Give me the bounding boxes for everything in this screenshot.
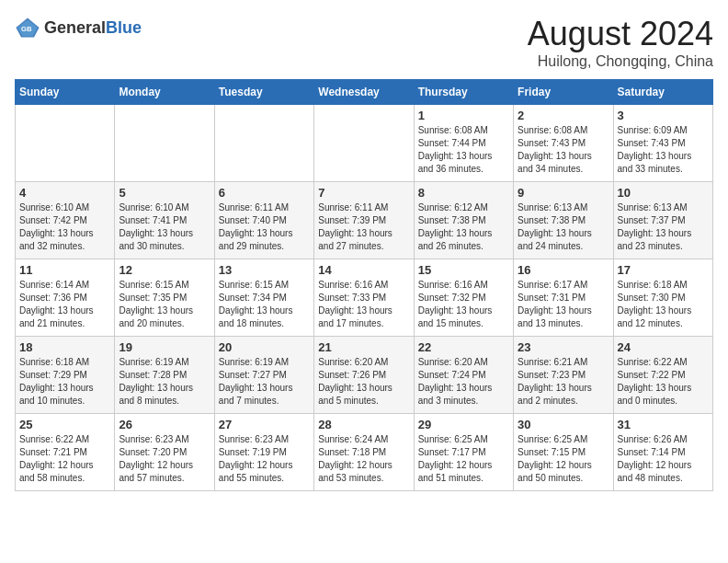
header-friday: Friday: [514, 80, 613, 105]
cell-week2-day0: 4Sunrise: 6:10 AM Sunset: 7:42 PM Daylig…: [16, 182, 115, 259]
cell-week2-day5: 9Sunrise: 6:13 AM Sunset: 7:38 PM Daylig…: [514, 182, 613, 259]
cell-week2-day4: 8Sunrise: 6:12 AM Sunset: 7:38 PM Daylig…: [414, 182, 513, 259]
day-number: 15: [418, 263, 509, 277]
day-info: Sunrise: 6:19 AM Sunset: 7:28 PM Dayligh…: [119, 356, 210, 408]
cell-week2-day3: 7Sunrise: 6:11 AM Sunset: 7:39 PM Daylig…: [314, 182, 414, 259]
day-number: 31: [618, 418, 709, 431]
cell-week2-day2: 6Sunrise: 6:11 AM Sunset: 7:40 PM Daylig…: [214, 182, 313, 259]
day-info: Sunrise: 6:16 AM Sunset: 7:33 PM Dayligh…: [318, 279, 409, 330]
day-number: 23: [518, 340, 609, 354]
day-info: Sunrise: 6:11 AM Sunset: 7:40 PM Dayligh…: [219, 201, 310, 253]
day-number: 26: [119, 418, 210, 431]
svg-text:GB: GB: [21, 25, 32, 33]
day-info: Sunrise: 6:10 AM Sunset: 7:42 PM Dayligh…: [19, 201, 110, 253]
cell-week5-day2: 27Sunrise: 6:23 AM Sunset: 7:19 PM Dayli…: [214, 414, 313, 491]
cell-week1-day3: [314, 105, 414, 182]
week-row-2: 4Sunrise: 6:10 AM Sunset: 7:42 PM Daylig…: [16, 182, 713, 259]
day-number: 21: [318, 340, 409, 354]
day-number: 6: [219, 186, 310, 200]
day-info: Sunrise: 6:22 AM Sunset: 7:21 PM Dayligh…: [19, 433, 110, 485]
cell-week1-day2: [214, 105, 313, 182]
day-info: Sunrise: 6:24 AM Sunset: 7:18 PM Dayligh…: [318, 433, 409, 485]
week-row-4: 18Sunrise: 6:18 AM Sunset: 7:29 PM Dayli…: [16, 337, 713, 414]
cell-week3-day4: 15Sunrise: 6:16 AM Sunset: 7:32 PM Dayli…: [414, 259, 513, 337]
cell-week3-day5: 16Sunrise: 6:17 AM Sunset: 7:31 PM Dayli…: [514, 259, 613, 337]
day-number: 24: [618, 340, 709, 354]
cell-week4-day6: 24Sunrise: 6:22 AM Sunset: 7:22 PM Dayli…: [613, 337, 712, 414]
day-number: 27: [219, 418, 310, 431]
day-number: 11: [19, 263, 110, 277]
day-info: Sunrise: 6:20 AM Sunset: 7:24 PM Dayligh…: [418, 356, 509, 408]
day-info: Sunrise: 6:23 AM Sunset: 7:19 PM Dayligh…: [219, 433, 310, 485]
day-number: 4: [19, 186, 110, 200]
week-row-5: 25Sunrise: 6:22 AM Sunset: 7:21 PM Dayli…: [16, 414, 713, 491]
cell-week5-day0: 25Sunrise: 6:22 AM Sunset: 7:21 PM Dayli…: [16, 414, 115, 491]
cell-week4-day0: 18Sunrise: 6:18 AM Sunset: 7:29 PM Dayli…: [16, 337, 115, 414]
day-number: 28: [318, 418, 409, 431]
logo: GB GeneralBlue: [15, 15, 142, 40]
cell-week4-day5: 23Sunrise: 6:21 AM Sunset: 7:23 PM Dayli…: [514, 337, 613, 414]
day-number: 29: [418, 418, 509, 431]
day-info: Sunrise: 6:20 AM Sunset: 7:26 PM Dayligh…: [318, 356, 409, 408]
day-info: Sunrise: 6:11 AM Sunset: 7:39 PM Dayligh…: [318, 201, 409, 253]
cell-week3-day2: 13Sunrise: 6:15 AM Sunset: 7:34 PM Dayli…: [214, 259, 313, 337]
day-info: Sunrise: 6:25 AM Sunset: 7:15 PM Dayligh…: [518, 433, 609, 485]
day-info: Sunrise: 6:25 AM Sunset: 7:17 PM Dayligh…: [418, 433, 509, 485]
cell-week1-day5: 2Sunrise: 6:08 AM Sunset: 7:43 PM Daylig…: [514, 105, 613, 182]
cell-week3-day1: 12Sunrise: 6:15 AM Sunset: 7:35 PM Dayli…: [115, 259, 214, 337]
day-number: 3: [618, 109, 709, 122]
title-area: August 2024 Huilong, Chongqing, China: [528, 15, 713, 70]
cell-week4-day3: 21Sunrise: 6:20 AM Sunset: 7:26 PM Dayli…: [314, 337, 414, 414]
day-info: Sunrise: 6:14 AM Sunset: 7:36 PM Dayligh…: [19, 279, 110, 330]
day-info: Sunrise: 6:17 AM Sunset: 7:31 PM Dayligh…: [518, 279, 609, 330]
cell-week5-day3: 28Sunrise: 6:24 AM Sunset: 7:18 PM Dayli…: [314, 414, 414, 491]
day-info: Sunrise: 6:19 AM Sunset: 7:27 PM Dayligh…: [219, 356, 310, 408]
cell-week2-day6: 10Sunrise: 6:13 AM Sunset: 7:37 PM Dayli…: [613, 182, 712, 259]
logo-icon: GB: [15, 15, 40, 40]
day-number: 5: [119, 186, 210, 200]
day-info: Sunrise: 6:13 AM Sunset: 7:38 PM Dayligh…: [518, 201, 609, 253]
cell-week5-day5: 30Sunrise: 6:25 AM Sunset: 7:15 PM Dayli…: [514, 414, 613, 491]
day-info: Sunrise: 6:18 AM Sunset: 7:30 PM Dayligh…: [618, 279, 709, 330]
subtitle: Huilong, Chongqing, China: [528, 53, 713, 70]
week-row-1: 1Sunrise: 6:08 AM Sunset: 7:44 PM Daylig…: [16, 105, 713, 182]
cell-week3-day3: 14Sunrise: 6:16 AM Sunset: 7:33 PM Dayli…: [314, 259, 414, 337]
day-info: Sunrise: 6:18 AM Sunset: 7:29 PM Dayligh…: [19, 356, 110, 408]
day-info: Sunrise: 6:08 AM Sunset: 7:43 PM Dayligh…: [518, 124, 609, 176]
cell-week5-day1: 26Sunrise: 6:23 AM Sunset: 7:20 PM Dayli…: [115, 414, 214, 491]
day-number: 7: [318, 186, 409, 200]
header: GB GeneralBlue August 2024 Huilong, Chon…: [15, 15, 713, 70]
day-number: 20: [219, 340, 310, 354]
cell-week3-day6: 17Sunrise: 6:18 AM Sunset: 7:30 PM Dayli…: [613, 259, 712, 337]
cell-week1-day0: [16, 105, 115, 182]
day-number: 14: [318, 263, 409, 277]
cell-week4-day2: 20Sunrise: 6:19 AM Sunset: 7:27 PM Dayli…: [214, 337, 313, 414]
logo-text: GeneralBlue: [44, 18, 142, 38]
day-number: 16: [518, 263, 609, 277]
header-monday: Monday: [115, 80, 214, 105]
cell-week1-day1: [115, 105, 214, 182]
day-info: Sunrise: 6:13 AM Sunset: 7:37 PM Dayligh…: [618, 201, 709, 253]
day-number: 8: [418, 186, 509, 200]
day-number: 19: [119, 340, 210, 354]
day-info: Sunrise: 6:16 AM Sunset: 7:32 PM Dayligh…: [418, 279, 509, 330]
header-sunday: Sunday: [16, 80, 115, 105]
cell-week2-day1: 5Sunrise: 6:10 AM Sunset: 7:41 PM Daylig…: [115, 182, 214, 259]
main-title: August 2024: [528, 15, 713, 53]
header-tuesday: Tuesday: [214, 80, 313, 105]
cell-week1-day6: 3Sunrise: 6:09 AM Sunset: 7:43 PM Daylig…: [613, 105, 712, 182]
day-info: Sunrise: 6:09 AM Sunset: 7:43 PM Dayligh…: [618, 124, 709, 176]
day-number: 17: [618, 263, 709, 277]
day-info: Sunrise: 6:12 AM Sunset: 7:38 PM Dayligh…: [418, 201, 509, 253]
day-number: 22: [418, 340, 509, 354]
week-row-3: 11Sunrise: 6:14 AM Sunset: 7:36 PM Dayli…: [16, 259, 713, 337]
day-number: 2: [518, 109, 609, 122]
cell-week3-day0: 11Sunrise: 6:14 AM Sunset: 7:36 PM Dayli…: [16, 259, 115, 337]
cell-week4-day1: 19Sunrise: 6:19 AM Sunset: 7:28 PM Dayli…: [115, 337, 214, 414]
day-info: Sunrise: 6:23 AM Sunset: 7:20 PM Dayligh…: [119, 433, 210, 485]
header-wednesday: Wednesday: [314, 80, 414, 105]
header-saturday: Saturday: [613, 80, 712, 105]
cell-week4-day4: 22Sunrise: 6:20 AM Sunset: 7:24 PM Dayli…: [414, 337, 513, 414]
day-number: 9: [518, 186, 609, 200]
calendar-table: SundayMondayTuesdayWednesdayThursdayFrid…: [15, 79, 713, 491]
